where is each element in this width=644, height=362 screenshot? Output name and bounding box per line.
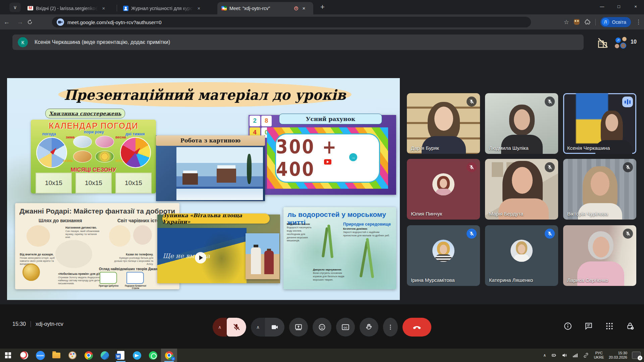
windows-taskbar: zoom л ∧ РУС UKRE 15:30 20.03.2026 bbox=[0, 349, 644, 362]
close-icon[interactable]: × bbox=[196, 5, 202, 11]
recording-indicator-icon bbox=[294, 6, 298, 10]
play-button-icon[interactable] bbox=[324, 159, 331, 165]
presenter-banner-text: Ксенія Черкашина (веде презентацію, дода… bbox=[35, 39, 170, 45]
weekdays-wheel bbox=[120, 137, 151, 168]
notifications-button[interactable]: 2 bbox=[632, 352, 641, 359]
link-icon[interactable] bbox=[583, 352, 589, 358]
browser-menu-button[interactable]: ⋮ bbox=[636, 18, 641, 25]
power-plug-icon[interactable] bbox=[551, 352, 557, 358]
speaker-icon[interactable] bbox=[561, 352, 568, 358]
chrome-icon bbox=[85, 351, 93, 360]
end-call-icon bbox=[412, 322, 422, 332]
activities-grid-button[interactable] bbox=[605, 322, 614, 330]
meet-bottom-bar: 15:30 xdj-oytn-rcv ∧ ∧ bbox=[0, 304, 644, 349]
tray-expand-chevron[interactable]: ∧ bbox=[543, 353, 546, 358]
captions-button[interactable]: CC bbox=[336, 318, 355, 337]
host-controls-lock-button[interactable] bbox=[626, 322, 635, 330]
captions-icon: CC bbox=[341, 323, 350, 331]
owl-extension-icon[interactable] bbox=[574, 19, 580, 25]
close-icon[interactable]: × bbox=[101, 5, 107, 11]
present-button[interactable] bbox=[289, 318, 308, 337]
bookmark-star-icon[interactable]: ☆ bbox=[564, 18, 569, 26]
paint-palette-icon bbox=[68, 351, 76, 359]
profile-name: Освіта bbox=[612, 19, 626, 25]
slide-title: Презентаційний матеріал до уроків bbox=[64, 86, 346, 103]
camera-button[interactable] bbox=[265, 318, 284, 337]
participant-tile[interactable]: Лариса Сергієнко bbox=[563, 225, 636, 286]
season-autumn: осінь bbox=[63, 159, 73, 163]
network-signal-icon[interactable] bbox=[572, 352, 578, 358]
taskbar-app-chrome-profile[interactable]: л bbox=[161, 349, 177, 362]
more-options-button[interactable] bbox=[383, 318, 398, 337]
chat-button[interactable] bbox=[584, 322, 593, 330]
participant-tile[interactable]: Катерина Ляшенко bbox=[485, 225, 558, 286]
taskbar-app-word[interactable] bbox=[113, 349, 129, 362]
language-indicator[interactable]: РУС UKRE bbox=[594, 351, 604, 360]
participant-tile[interactable]: Юлия Пинчук bbox=[407, 159, 480, 220]
meeting-status: 15:30 xdj-oytn-rcv bbox=[12, 321, 63, 327]
camera-control: ∧ bbox=[251, 318, 284, 337]
camera-options-chevron[interactable]: ∧ bbox=[251, 318, 265, 337]
participant-name: Вікторія Чурілова bbox=[567, 211, 608, 217]
start-button[interactable] bbox=[0, 349, 16, 362]
end-call-button[interactable] bbox=[402, 318, 431, 337]
call-controls: ∧ ∧ CC bbox=[213, 318, 431, 337]
play-button-icon[interactable] bbox=[195, 252, 206, 263]
camera-icon bbox=[271, 323, 279, 331]
mic-mute-button[interactable] bbox=[227, 318, 246, 337]
taskbar-app-chrome[interactable] bbox=[80, 349, 97, 362]
participants-avatars[interactable]: Л bbox=[615, 37, 630, 49]
mic-off-icon bbox=[545, 162, 555, 172]
weather-wheel bbox=[36, 137, 67, 168]
presenter-banner: К Ксенія Черкашина (веде презентацію, до… bbox=[12, 35, 584, 50]
tab-gmail[interactable]: M Вхідні (2) - larissa.sergienko@li × bbox=[23, 2, 113, 14]
maximize-button[interactable]: □ bbox=[610, 0, 627, 13]
reload-button[interactable] bbox=[27, 19, 40, 25]
math-expression: 300 + 400 bbox=[276, 136, 379, 180]
chevron-down-icon: ∨ bbox=[13, 4, 17, 10]
browser-tabstrip: ∨ M Вхідні (2) - larissa.sergienko@li × … bbox=[0, 0, 644, 14]
participants-count[interactable]: 10 bbox=[631, 39, 637, 45]
participant-tile[interactable]: Людмила Шуліка bbox=[485, 93, 558, 154]
participant-tile[interactable]: Марія Бердута bbox=[485, 159, 558, 220]
minimize-button[interactable]: — bbox=[594, 0, 610, 13]
system-tray: ∧ РУС UKRE 15:30 20.03.2026 2 bbox=[543, 349, 641, 362]
taskbar-app-edge[interactable] bbox=[97, 349, 113, 362]
taskbar-app-zoom[interactable]: zoom bbox=[32, 349, 48, 362]
clock[interactable]: 15:30 20.03.2026 bbox=[609, 351, 627, 360]
forward-button[interactable]: → bbox=[13, 18, 27, 26]
camera-in-use-icon[interactable] bbox=[57, 18, 64, 26]
url-bar[interactable]: meet.google.com/xdj-oytn-rcv?authuser=0 bbox=[52, 17, 531, 27]
tab-list-button[interactable]: ∨ bbox=[9, 3, 21, 12]
profile-chip[interactable]: Л Освіта bbox=[600, 17, 631, 27]
info-button[interactable] bbox=[564, 322, 572, 330]
mic-off-icon bbox=[232, 323, 240, 331]
taskbar-app-explorer[interactable] bbox=[48, 349, 64, 362]
participant-tile[interactable]: Дар`я Буряк bbox=[407, 93, 480, 154]
mic-off-icon bbox=[623, 229, 633, 239]
anthem-video[interactable]: Ще не вмерла bbox=[157, 228, 247, 283]
new-tab-button[interactable]: + bbox=[320, 3, 325, 11]
present-screen-icon bbox=[294, 323, 303, 331]
picture-work-label: Робота з картиною bbox=[156, 135, 265, 146]
participant-tile[interactable]: Ірина Мурсамітова bbox=[407, 225, 480, 286]
shared-presentation[interactable]: Презентаційний матеріал до уроків Хвилин… bbox=[7, 78, 400, 300]
tab-meet[interactable]: Meet: "xdj-oytn-rcv" × bbox=[217, 2, 313, 14]
taskbar-app-whatsapp[interactable] bbox=[145, 349, 161, 362]
participant-tile[interactable]: Вікторія Чурілова bbox=[563, 159, 636, 220]
taskbar-app-antivirus[interactable] bbox=[16, 349, 32, 362]
back-button[interactable]: ← bbox=[0, 18, 13, 26]
extensions-puzzle-icon[interactable] bbox=[584, 19, 591, 25]
tab-journal[interactable]: Журнал успішності для курсу × bbox=[119, 2, 210, 14]
ukraine-stop-label: Зупинка «Вітальна площа України» bbox=[162, 214, 270, 224]
close-icon[interactable]: × bbox=[301, 5, 307, 11]
taskbar-app-telegram[interactable] bbox=[129, 349, 145, 362]
participant-tile-active-speaker[interactable]: Ксенія Черкашина bbox=[563, 93, 636, 154]
layout-off-icon[interactable] bbox=[596, 36, 609, 49]
close-window-button[interactable]: × bbox=[627, 0, 644, 13]
mic-options-chevron[interactable]: ∧ bbox=[213, 318, 227, 337]
reactions-button[interactable] bbox=[313, 318, 331, 337]
mic-off-icon bbox=[545, 229, 555, 239]
taskbar-app-paint[interactable] bbox=[64, 349, 80, 362]
raise-hand-button[interactable] bbox=[360, 318, 378, 337]
